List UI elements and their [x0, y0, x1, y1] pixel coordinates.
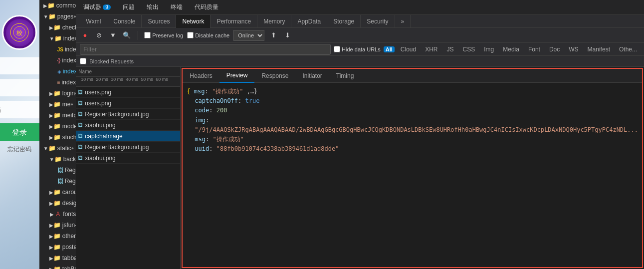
json-captcha-key: captchaOnOff [195, 97, 238, 104]
network-item-xiaohui2[interactable]: 🖼 xiaohui.png [76, 153, 180, 164]
ws-filter[interactable]: WS [566, 46, 581, 53]
tree-item-index-json[interactable]: {} index.json M ● [39, 55, 76, 66]
tab-wxml[interactable]: Wxml [80, 15, 107, 28]
css-filter[interactable]: CSS [460, 46, 478, 53]
json-code-line: code: 200 [187, 106, 638, 115]
tree-item-reg-bg-2[interactable]: 🖼 RegisterBackground.... [39, 176, 76, 187]
network-item-users1[interactable]: 🖼 users.png [76, 87, 180, 98]
tab-network[interactable]: Network [176, 15, 211, 28]
doc-filter[interactable]: Doc [546, 46, 563, 53]
search-button[interactable]: 🔍 [122, 30, 132, 40]
devtools-panel: 调试器 9 问题 输出 终端 代码质量 Wxml Console Sources… [76, 0, 644, 269]
login-button[interactable]: 登录 [0, 123, 39, 141]
tab-debugger[interactable]: 调试器 9 [78, 0, 116, 15]
tree-item-reg-bg-1[interactable]: 🖼 RegisterBackground.... [39, 165, 76, 176]
tab-headers[interactable]: Headers [183, 69, 219, 83]
disable-cache-check[interactable] [187, 32, 194, 38]
download-button[interactable]: ⬇ [282, 30, 292, 40]
tab-more[interactable]: » [395, 15, 411, 28]
stop-button[interactable]: ⊘ [94, 30, 104, 40]
tree-item-me[interactable]: ▶ 📁 me ● [39, 99, 76, 110]
hide-data-urls-checkbox[interactable]: Hide data URLs [334, 46, 381, 52]
tree-item-tabbar[interactable]: ▶ 📁 tabbar_design [39, 253, 76, 264]
tab-storage[interactable]: Storage [327, 15, 361, 28]
filter-input[interactable] [80, 44, 331, 55]
throttle-select[interactable]: Online [233, 30, 264, 41]
detail-panel: Headers Preview Response Initiator Timin… [182, 68, 643, 268]
tree-arrow: ▶ [49, 135, 53, 140]
tab-preview[interactable]: Preview [219, 69, 255, 83]
tab-performance[interactable]: Performance [211, 15, 257, 28]
folder-icon: 📁 [53, 255, 61, 262]
tab-response[interactable]: Response [254, 69, 295, 83]
tree-item-pages[interactable]: ▼ 📁 pages ● [39, 11, 76, 22]
img-filter[interactable]: Img [481, 46, 497, 53]
network-item-captcha[interactable]: 🖼 captchaImage [76, 131, 180, 142]
other-filter[interactable]: Othe... [616, 46, 640, 53]
tree-item-othercourse[interactable]: ▶ 📁 othercourse [39, 231, 76, 242]
tree-item-stuchecks[interactable]: ▶ 📁 stuchecks ● [39, 132, 76, 143]
tab-sources[interactable]: Sources [142, 15, 176, 28]
tab-label: Console [113, 18, 135, 25]
tree-item-check[interactable]: ▶ 📁 check ● [39, 22, 76, 33]
tree-item-static[interactable]: ▼ 📁 static ● [39, 143, 76, 154]
record-button[interactable]: ● [80, 30, 90, 40]
tree-label: pages [57, 13, 74, 20]
tab-memory[interactable]: Memory [257, 15, 291, 28]
tree-item-poster[interactable]: ▶ 📁 poster [39, 242, 76, 253]
font-filter[interactable]: Font [525, 46, 543, 53]
tab-terminal[interactable]: 终端 [166, 0, 188, 15]
tree-item-login[interactable]: ▶ 📁 login ● [39, 88, 76, 99]
network-item-xiaohui[interactable]: 🖼 xiaohui.png [76, 120, 180, 131]
filter-button[interactable]: ▼ [108, 30, 118, 40]
tree-item-design[interactable]: ▶ 📁 design [39, 198, 76, 209]
tab-initiator[interactable]: Initiator [295, 69, 329, 83]
media-filter[interactable]: Media [500, 46, 522, 53]
disable-cache-checkbox[interactable]: Disable cache [187, 32, 229, 38]
cloud-filter[interactable]: Cloud [398, 46, 419, 53]
username-input[interactable] [0, 57, 39, 74]
network-subtabbar: Wxml Console Sources Network Performance… [76, 15, 644, 28]
tab-label: 代码质量 [195, 3, 218, 11]
tree-item-fonts[interactable]: ▶ A fonts [39, 209, 76, 220]
tab-console[interactable]: Console [107, 15, 142, 28]
tree-item-index-wxss[interactable]: ≡ index.wxss U ● [39, 77, 76, 88]
tree-item-tabbarico[interactable]: ▶ 📁 tabBarIco [39, 264, 76, 269]
json-msg-val: "操作成功" [212, 88, 243, 95]
json-msg2-val: "操作成功" [213, 136, 244, 143]
hide-data-check[interactable] [334, 46, 340, 52]
captcha-input[interactable] [0, 101, 39, 118]
tree-item-background[interactable]: ▼ 📁 background [39, 154, 76, 165]
password-input[interactable] [0, 79, 39, 96]
xhr-filter[interactable]: XHR [422, 46, 440, 53]
network-item-users2[interactable]: 🖼 users.png [76, 98, 180, 109]
tab-appdata[interactable]: AppData [291, 15, 327, 28]
tree-item-index-folder[interactable]: ▼ 📁 index ● [39, 33, 76, 44]
tab-timing[interactable]: Timing [329, 69, 361, 83]
captcha-row: 3td1 [0, 101, 39, 118]
tree-item-index-js[interactable]: JS index.js M ● [39, 44, 76, 55]
tree-item-jsfun[interactable]: ▶ 📁 jsfun-record [39, 220, 76, 231]
tab-output[interactable]: 输出 [142, 0, 164, 15]
tree-item-mode[interactable]: ▶ 📁 mode ● [39, 121, 76, 132]
preserve-log-checkbox[interactable]: Preserve log [144, 32, 183, 38]
tree-item-index-wxml[interactable]: ◈ index.wxml U ● [39, 66, 76, 77]
preserve-log-check[interactable] [144, 32, 151, 38]
manifest-filter[interactable]: Manifest [585, 46, 613, 53]
network-item-regbg2[interactable]: 🖼 RegisterBackground.jpg [76, 142, 180, 153]
tree-item-meifo[interactable]: ▶ 📁 meifo ● [39, 110, 76, 121]
js-file-icon: JS [57, 47, 63, 52]
tree-item-carousel[interactable]: ▶ 📁 carousel [39, 187, 76, 198]
all-filter-badge[interactable]: All [384, 46, 395, 52]
tree-item-common[interactable]: ▶ 📁 common ● [39, 0, 76, 11]
network-item-regbg[interactable]: 🖼 RegisterBackground.jpg [76, 109, 180, 120]
net-name: xiaohui.png [85, 155, 178, 162]
tab-issues[interactable]: 问题 [118, 0, 140, 15]
upload-button[interactable]: ⬆ [268, 30, 278, 40]
tab-quality[interactable]: 代码质量 [190, 0, 223, 15]
forgot-password-link[interactable]: 忘记密码 [7, 145, 31, 154]
tab-security[interactable]: Security [361, 15, 395, 28]
json-captcha-val: true [245, 97, 260, 104]
js-filter[interactable]: JS [444, 46, 457, 53]
blocked-checkbox[interactable] [80, 58, 86, 64]
